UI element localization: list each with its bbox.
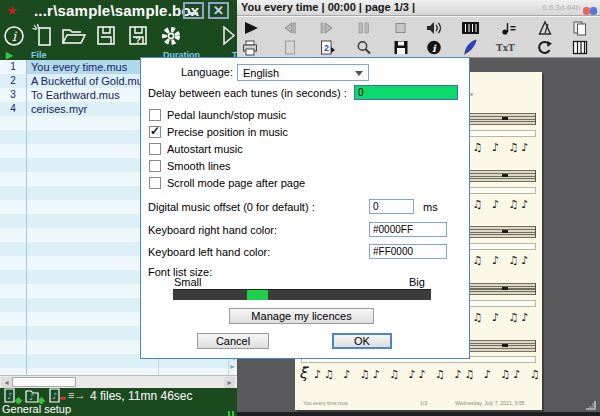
score-title-fragment: x bbox=[470, 91, 473, 97]
autostart-checkbox[interactable] bbox=[149, 143, 161, 155]
chevron-down-icon bbox=[355, 71, 363, 76]
svg-text:TxT: TxT bbox=[496, 43, 515, 53]
info-button[interactable]: i bbox=[2, 23, 28, 49]
app-window: ★ ...r\sample\sample.box ✕ i ? bbox=[0, 0, 600, 416]
autostart-label: Autostart music bbox=[167, 143, 243, 155]
score-titlebar: You every time | 00:00 | page 1/3 | 6.6.… bbox=[237, 0, 600, 16]
page-footer-date: Wednesday, July 7, 2021, 9:55 bbox=[455, 401, 525, 406]
scroll-mode-checkbox[interactable] bbox=[149, 177, 161, 189]
open-folder-button[interactable] bbox=[60, 23, 86, 49]
general-setup-dialog: Language: English Delay between each tun… bbox=[140, 57, 470, 359]
text-mode-button[interactable]: TxT bbox=[495, 39, 513, 56]
scroll-mode-label: Scroll mode page after page bbox=[167, 177, 305, 189]
offset-label: Digital music offset (0 for default) : bbox=[148, 201, 315, 213]
scroll-right-button[interactable]: ▸ bbox=[224, 377, 235, 388]
play-button[interactable] bbox=[243, 20, 261, 37]
new-file-button[interactable] bbox=[31, 23, 57, 49]
svg-text:♪: ♪ bbox=[7, 391, 13, 401]
left-window-title: ...r\sample\sample.box bbox=[34, 2, 199, 19]
tempo-button[interactable] bbox=[500, 20, 518, 37]
file-name[interactable]: A Bucketful of Gold.mus bbox=[31, 75, 148, 87]
language-label: Language: bbox=[181, 66, 233, 78]
status-bar: ♪◆ ♪◆ ♪ ≡→ 4 files, 11mn 46sec bbox=[0, 388, 237, 404]
save-button[interactable] bbox=[94, 23, 120, 49]
header-play-icon: ▶ bbox=[6, 50, 13, 60]
svg-text:♪: ♪ bbox=[29, 392, 35, 402]
score-title: You every time | 00:00 | page 1/3 | bbox=[241, 1, 415, 13]
score-toolbar: 2 i TxT bbox=[237, 16, 600, 58]
volume-button[interactable] bbox=[425, 20, 443, 37]
left-hand-color-input[interactable]: #FF0000 bbox=[369, 244, 447, 259]
metronome-button[interactable] bbox=[536, 20, 554, 37]
slider-handle[interactable] bbox=[247, 290, 268, 300]
page-mode-button[interactable] bbox=[281, 39, 299, 56]
offset-input[interactable]: 0 bbox=[369, 199, 414, 214]
right-hand-color-label: Keyboard right hand color: bbox=[148, 224, 277, 236]
scroll-left-button[interactable]: ◂ bbox=[1, 377, 12, 388]
edit-quill-button[interactable] bbox=[461, 39, 479, 56]
smooth-lines-checkbox[interactable] bbox=[149, 160, 161, 172]
precise-position-checkbox[interactable] bbox=[149, 126, 161, 138]
svg-text:♪: ♪ bbox=[52, 391, 58, 401]
language-dropdown[interactable]: English bbox=[237, 64, 369, 81]
left-toolbar: i ? bbox=[0, 22, 237, 50]
row-number: 1 bbox=[0, 61, 26, 72]
version-label: 6.6.3d-64b bbox=[542, 3, 580, 12]
left-titlebar[interactable]: ★ ...r\sample\sample.box ✕ bbox=[0, 0, 237, 22]
file-name[interactable]: You every time.mus bbox=[31, 61, 127, 73]
svg-text:2: 2 bbox=[324, 43, 329, 53]
page-footer-filename: You every time.mus bbox=[303, 401, 348, 406]
resize-grip-icon[interactable] bbox=[584, 397, 597, 409]
list-arrow-icon: ≡→ bbox=[68, 389, 85, 401]
column-header-file[interactable]: File bbox=[31, 50, 47, 60]
pedal-label: Pedal launch/stop music bbox=[167, 109, 286, 121]
svg-text:i: i bbox=[12, 29, 17, 44]
right-hand-color-input[interactable]: #0000FF bbox=[369, 222, 447, 237]
save-as-button[interactable]: ? bbox=[126, 23, 152, 49]
zoom-button[interactable] bbox=[355, 39, 373, 56]
offset-unit: ms bbox=[423, 201, 438, 213]
mode-bar: General setup bbox=[0, 403, 237, 416]
instruments-button[interactable] bbox=[461, 20, 479, 37]
print-button[interactable] bbox=[241, 39, 259, 56]
pedal-checkbox[interactable] bbox=[149, 109, 161, 121]
app-star-icon: ★ bbox=[6, 3, 18, 18]
ok-button[interactable]: OK bbox=[332, 333, 392, 349]
delay-input[interactable]: 0 bbox=[354, 85, 458, 100]
horizontal-scrollbar[interactable]: ◂ ▸ bbox=[0, 375, 237, 388]
slider-big-label: Big bbox=[409, 276, 425, 288]
previous-measure-button[interactable] bbox=[281, 20, 299, 37]
copy-pages-button[interactable] bbox=[571, 20, 589, 37]
notes-line-5: ξ ♪♫ ♪ ♫♪ ♫ ♪♪ ♫ ♪♫ ♪ ♫♪ ♫ ♪♫ ♪ ♫♪ ♫ ♪♪ bbox=[299, 364, 540, 388]
stop-button[interactable] bbox=[392, 20, 410, 37]
reload-button[interactable] bbox=[536, 39, 554, 56]
row-number: 2 bbox=[0, 75, 26, 86]
precise-position-label: Precise position in music bbox=[167, 126, 288, 138]
cancel-button[interactable]: Cancel bbox=[197, 333, 269, 349]
minimize-button[interactable] bbox=[183, 2, 204, 19]
smooth-lines-label: Smooth lines bbox=[167, 160, 231, 172]
files-summary: 4 files, 11mn 46sec bbox=[90, 389, 193, 403]
row-number: 4 bbox=[0, 103, 26, 114]
save-score-button[interactable] bbox=[392, 39, 410, 56]
column-divider bbox=[26, 60, 27, 375]
treble-clef-icon: ξ bbox=[299, 364, 307, 382]
row-number: 3 bbox=[0, 89, 26, 100]
next-measure-button[interactable] bbox=[318, 20, 336, 37]
page-footer-pagenum: 1/3 bbox=[420, 401, 427, 406]
file-name[interactable]: To Earthward.mus bbox=[31, 89, 120, 101]
language-value: English bbox=[243, 67, 279, 79]
file-name[interactable]: cerises.myr bbox=[31, 103, 87, 115]
settings-gear-icon[interactable] bbox=[158, 23, 184, 49]
page-setup-button[interactable]: 2 bbox=[318, 39, 336, 56]
manage-licences-button[interactable]: Manage my licences bbox=[229, 308, 374, 324]
font-size-slider[interactable] bbox=[173, 289, 431, 300]
keyboard-button[interactable] bbox=[571, 39, 589, 56]
score-info-button[interactable]: i bbox=[425, 39, 443, 56]
scrollbar-thumb[interactable] bbox=[12, 377, 76, 387]
close-button[interactable]: ✕ bbox=[208, 2, 229, 19]
delay-label: Delay between each tunes (in seconds) : bbox=[148, 87, 347, 99]
slider-small-label: Small bbox=[174, 276, 202, 288]
pause-button[interactable] bbox=[355, 20, 373, 37]
activity-bars-icon bbox=[228, 405, 236, 416]
